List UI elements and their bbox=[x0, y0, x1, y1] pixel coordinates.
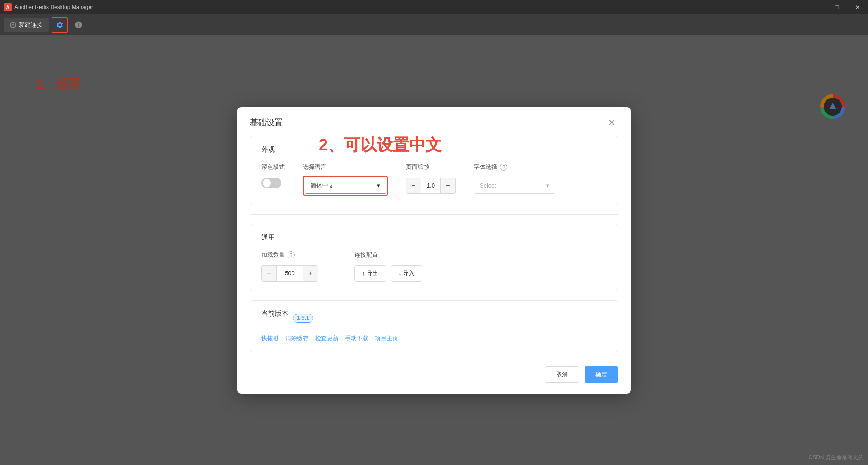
version-header: 当前版本 1.6.1 bbox=[261, 310, 607, 327]
zoom-plus-button[interactable]: + bbox=[441, 178, 455, 193]
project-homepage-link[interactable]: 项目主页 bbox=[375, 334, 398, 343]
font-select[interactable]: Select ▾ bbox=[474, 178, 555, 194]
load-count-field: 加载数量 ? − 500 + bbox=[261, 251, 318, 282]
connection-config-field: 连接配置 ↑ 导出 ↓ 导入 bbox=[354, 251, 422, 282]
close-button[interactable]: ✕ bbox=[847, 0, 868, 14]
maximize-button[interactable]: □ bbox=[826, 0, 847, 14]
font-field: 字体选择 ? Select ▾ bbox=[474, 163, 555, 194]
import-button[interactable]: ↓ 导入 bbox=[391, 265, 422, 282]
language-select[interactable]: 简体中文 ▾ bbox=[305, 178, 386, 194]
count-minus-button[interactable]: − bbox=[262, 266, 276, 281]
dark-mode-field: 深色模式 bbox=[261, 163, 285, 188]
toolbar: + 新建连接 bbox=[0, 14, 868, 35]
font-help-icon[interactable]: ? bbox=[500, 164, 507, 171]
chevron-down-icon: ▾ bbox=[377, 182, 380, 189]
language-field: 选择语言 简体中文 ▾ bbox=[303, 163, 388, 196]
appearance-row: 深色模式 选择语言 简体中文 ▾ bbox=[261, 163, 607, 196]
app-title: Another Redis Desktop Manager bbox=[14, 4, 93, 10]
toggle-knob bbox=[263, 179, 271, 187]
info-tab-button[interactable] bbox=[71, 17, 87, 33]
info-icon bbox=[75, 21, 83, 29]
new-connection-label: 新建连接 bbox=[19, 21, 42, 29]
annotation-2: 2、可以设置中文 bbox=[319, 134, 442, 156]
titlebar-controls: — □ ✕ bbox=[806, 0, 868, 14]
page-zoom-label: 页面缩放 bbox=[406, 163, 456, 171]
zoom-minus-button[interactable]: − bbox=[406, 178, 421, 193]
font-label: 字体选择 bbox=[474, 163, 497, 171]
font-placeholder: Select bbox=[480, 182, 496, 189]
version-title: 当前版本 bbox=[261, 310, 288, 318]
version-links: 快捷键 清除缓存 检查更新 手动下载 项目主页 bbox=[261, 334, 607, 343]
manual-download-link[interactable]: 手动下载 bbox=[345, 334, 368, 343]
general-section: 通用 加载数量 ? − 500 + bbox=[250, 224, 618, 291]
dialog-title: 基础设置 bbox=[250, 117, 283, 128]
main-area: 1、设置 基础设置 2、可以设置中文 ✕ 外观 bbox=[0, 35, 868, 465]
dark-mode-toggle[interactable] bbox=[261, 178, 281, 188]
plus-icon: + bbox=[10, 22, 16, 28]
svg-text:A: A bbox=[6, 5, 9, 10]
dialog-header: 基础设置 2、可以设置中文 ✕ bbox=[237, 107, 631, 136]
connection-config-label: 连接配置 bbox=[354, 251, 422, 259]
language-label: 选择语言 bbox=[303, 163, 388, 171]
version-badge: 1.6.1 bbox=[293, 314, 313, 323]
general-row: 加载数量 ? − 500 + 连接配置 ↑ 导出 bbox=[261, 251, 607, 282]
load-count-help-icon[interactable]: ? bbox=[288, 251, 295, 258]
dialog-close-button[interactable]: ✕ bbox=[605, 116, 618, 129]
cancel-button[interactable]: 取消 bbox=[545, 366, 579, 383]
connection-config-buttons: ↑ 导出 ↓ 导入 bbox=[354, 265, 422, 282]
general-section-title: 通用 bbox=[261, 233, 607, 242]
settings-tab-active[interactable] bbox=[52, 17, 68, 33]
dark-mode-label: 深色模式 bbox=[261, 163, 285, 171]
titlebar: A Another Redis Desktop Manager — □ ✕ bbox=[0, 0, 868, 14]
shortcuts-link[interactable]: 快捷键 bbox=[261, 334, 279, 343]
load-count-control: − 500 + bbox=[261, 265, 318, 282]
language-value: 简体中文 bbox=[311, 182, 334, 190]
divider-1 bbox=[250, 214, 618, 215]
confirm-button[interactable]: 确定 bbox=[585, 366, 618, 383]
count-value: 500 bbox=[276, 266, 303, 281]
load-count-label: 加载数量 bbox=[261, 251, 285, 259]
new-connection-button[interactable]: + 新建连接 bbox=[4, 18, 49, 32]
zoom-value: 1.0 bbox=[421, 178, 441, 193]
page-zoom-field: 页面缩放 − 1.0 + bbox=[406, 163, 456, 194]
font-chevron-icon: ▾ bbox=[546, 182, 549, 189]
zoom-control: − 1.0 + bbox=[406, 178, 456, 194]
check-updates-link[interactable]: 检查更新 bbox=[315, 334, 339, 343]
gear-icon bbox=[56, 21, 64, 29]
export-button[interactable]: ↑ 导出 bbox=[354, 265, 386, 282]
clear-cache-link[interactable]: 清除缓存 bbox=[285, 334, 309, 343]
version-section: 当前版本 1.6.1 快捷键 清除缓存 检查更新 手动下载 项目主页 bbox=[250, 300, 618, 352]
app-icon: A bbox=[4, 3, 12, 11]
dialog-footer: 取消 确定 bbox=[237, 361, 631, 383]
settings-dialog: 基础设置 2、可以设置中文 ✕ 外观 深色模式 bbox=[237, 107, 631, 394]
titlebar-left: A Another Redis Desktop Manager bbox=[4, 3, 93, 11]
language-select-box: 简体中文 ▾ bbox=[303, 176, 388, 196]
minimize-button[interactable]: — bbox=[806, 0, 826, 14]
count-plus-button[interactable]: + bbox=[303, 266, 318, 281]
modal-backdrop: 基础设置 2、可以设置中文 ✕ 外观 深色模式 bbox=[0, 35, 868, 465]
